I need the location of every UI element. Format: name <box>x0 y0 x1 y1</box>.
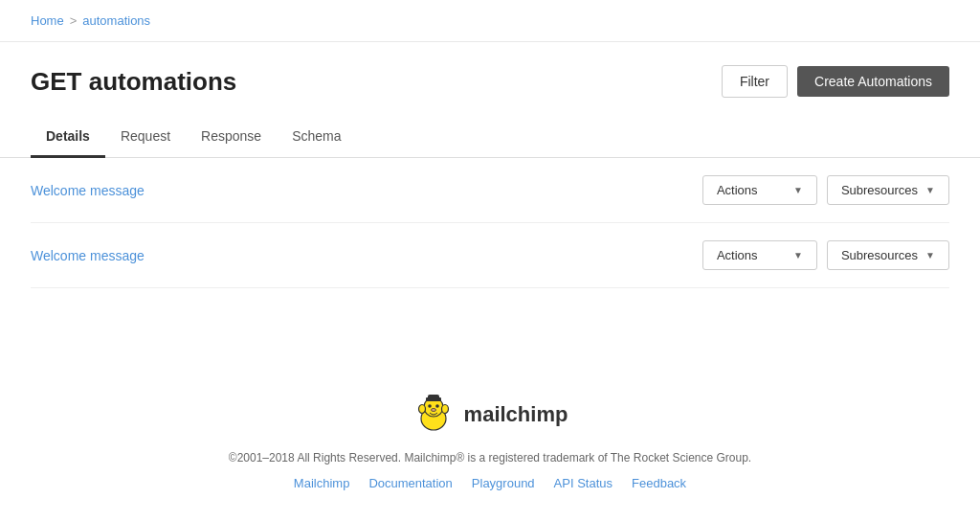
footer-links: Mailchimp Documentation Playground API S… <box>31 476 949 490</box>
subresources-dropdown-2[interactable]: Subresources ▼ <box>827 240 949 270</box>
footer-link-api-status[interactable]: API Status <box>554 476 612 490</box>
footer-logo-text: mailchimp <box>464 402 568 427</box>
subresources-label-2: Subresources <box>841 248 918 262</box>
svg-point-4 <box>428 404 432 408</box>
tab-request[interactable]: Request <box>105 117 186 158</box>
chevron-down-icon: ▼ <box>925 250 935 260</box>
chevron-down-icon: ▼ <box>793 185 803 195</box>
footer-link-documentation[interactable]: Documentation <box>368 476 452 490</box>
svg-rect-8 <box>428 395 439 399</box>
tab-response[interactable]: Response <box>186 117 277 158</box>
actions-label-1: Actions <box>717 183 758 197</box>
actions-label-2: Actions <box>717 248 758 262</box>
content-area: Welcome message Actions ▼ Subresources ▼… <box>0 158 980 288</box>
tab-schema[interactable]: Schema <box>277 117 356 158</box>
tab-details[interactable]: Details <box>31 117 105 158</box>
footer-link-playground[interactable]: Playground <box>472 476 535 490</box>
table-row: Welcome message Actions ▼ Subresources ▼ <box>31 158 949 223</box>
tabs-container: Details Request Response Schema <box>0 117 980 158</box>
subresources-dropdown-1[interactable]: Subresources ▼ <box>827 175 949 205</box>
footer-link-feedback[interactable]: Feedback <box>632 476 686 490</box>
chevron-down-icon: ▼ <box>793 250 803 260</box>
breadcrumb-current: automations <box>82 13 150 28</box>
header-actions: Filter Create Automations <box>722 65 949 98</box>
row-actions-1: Actions ▼ Subresources ▼ <box>702 175 949 205</box>
footer-logo: mailchimp <box>31 394 949 436</box>
actions-dropdown-2[interactable]: Actions ▼ <box>702 240 817 270</box>
footer-copyright: ©2001–2018 All Rights Reserved. Mailchim… <box>31 451 949 464</box>
mailchimp-logo-icon <box>412 394 455 436</box>
svg-point-6 <box>431 409 435 412</box>
chevron-down-icon: ▼ <box>925 185 935 195</box>
row-actions-2: Actions ▼ Subresources ▼ <box>702 240 949 270</box>
page-header: GET automations Filter Create Automation… <box>0 42 980 117</box>
automation-name-2[interactable]: Welcome message <box>31 248 145 263</box>
breadcrumb-home[interactable]: Home <box>31 13 64 28</box>
breadcrumb: Home > automations <box>0 0 980 42</box>
create-automations-button[interactable]: Create Automations <box>797 66 949 97</box>
footer: mailchimp ©2001–2018 All Rights Reserved… <box>0 365 980 513</box>
table-row: Welcome message Actions ▼ Subresources ▼ <box>31 223 949 288</box>
automation-name-1[interactable]: Welcome message <box>31 183 145 198</box>
subresources-label-1: Subresources <box>841 183 918 197</box>
filter-button[interactable]: Filter <box>722 65 788 98</box>
svg-point-3 <box>441 405 448 414</box>
page-title: GET automations <box>31 67 236 97</box>
svg-point-5 <box>435 404 439 408</box>
footer-link-mailchimp[interactable]: Mailchimp <box>294 476 350 490</box>
svg-point-2 <box>418 405 425 414</box>
breadcrumb-separator: > <box>70 13 78 28</box>
actions-dropdown-1[interactable]: Actions ▼ <box>702 175 817 205</box>
